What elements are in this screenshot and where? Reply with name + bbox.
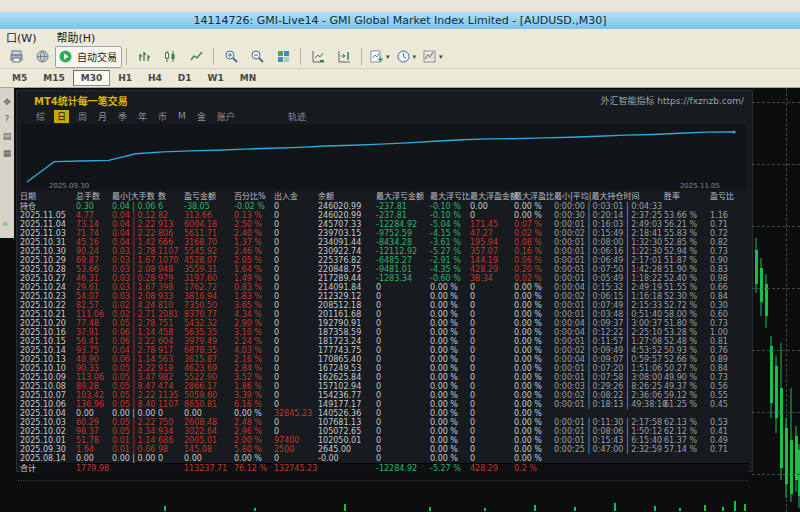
timeframe-button-mn[interactable]: MN [232,70,265,86]
table-row[interactable]: 2025.10.1556.410.06 | 2.226043979.492.24… [20,337,749,346]
table-row[interactable]: 2025.10.3145.160.04 | 1.426663168.701.37… [20,238,749,247]
panel-tab-月[interactable]: 月 [96,110,109,123]
menu-item[interactable]: 口(W) [6,29,36,45]
chart-shift-button[interactable] [331,46,357,68]
table-row[interactable]: 2025.09.301.640.01 | 0.0698145.085.80 %2… [20,445,749,454]
cell-max-float-profit: 195.94 [470,238,514,247]
cell-hold-time: 0:00:01 | 0:16:03 | 2:49:03 [554,220,664,229]
tile-windows-button[interactable] [270,46,296,68]
table-row[interactable]: 2025.11.0473.140.04 | 2.229136004.182.50… [20,220,749,229]
window-titlebar[interactable]: 14114726: GMI-Live14 - GMI Global Market… [0,12,800,29]
panel-tab-金[interactable]: 金 [195,110,208,123]
cell-trades: 982 [158,373,184,382]
panel-tab-账户[interactable]: 账户 [215,110,237,123]
timeframe-button-m5[interactable]: M5 [4,70,35,86]
table-row[interactable]: 2025.10.3090.240.03 | 2.7811075545.922.4… [20,247,749,256]
collapse-arrow-icon[interactable]: « [2,218,8,229]
table-row[interactable]: 持仓0.300.04 | 0.066-38.05-0.02 %0246020.9… [20,202,749,211]
panel-tab-日[interactable]: 日 [54,110,69,123]
table-row[interactable]: 2025.10.2853.660.03 | 2.089483559.311.64… [20,265,749,274]
candlestick-chart-button[interactable] [157,46,183,68]
panel-tab-M[interactable]: M [176,111,188,121]
cell-pl-ratio: 0.49 [710,436,740,445]
table-row[interactable]: 2025.10.1090.330.05 | 2.229194623.692.84… [20,364,749,373]
timeframe-button-m15[interactable]: M15 [35,70,72,86]
timeframe-button-m30[interactable]: M30 [73,70,110,86]
panel-tab-周[interactable]: 周 [76,110,89,123]
zoom-in-button[interactable] [218,46,244,68]
cell-hold-time: 0:00:00 | 0:03:01 | 0:04:33 [554,202,664,211]
window-icon[interactable]: ▤ [3,132,12,141]
column-header-pl-ratio: 盈亏比 [710,192,740,202]
table-row[interactable]: 2025.10.040.000.00 | 0.0000.000.00 %3284… [20,409,749,418]
move-icon[interactable]: ✥ [3,98,11,107]
table-row[interactable]: 2025.10.0151.780.01 | 1.146862005.012.00… [20,436,749,445]
table-row[interactable]: 2025.10.0360.290.05 | 2.227502608.482.48… [20,418,749,427]
cell-max-float-profit: 0 [470,409,514,418]
table-row[interactable]: 2025.10.2746.310.03 | 0.289793197.601.49… [20,274,749,283]
table-row[interactable]: 2025.10.1493.750.04 | 2.789176878.354.03… [20,346,749,355]
timeframe-button-w1[interactable]: W1 [200,70,232,86]
cell-balance: 157102.94 [318,382,376,391]
cell-lots: 73.14 [76,220,112,229]
table-row[interactable]: 2025.10.2077.480.05 | 2.787515432.322.90… [20,319,749,328]
table-row[interactable]: 2025.10.2969.870.03 | 1.6710704528.072.0… [20,256,749,265]
menu-item[interactable]: 帮助(H) [56,29,95,45]
table-row[interactable]: 2025.08.140.000.00 | 0.0000.000.00 %0-0.… [20,454,749,463]
print-button[interactable] [3,46,29,68]
table-row[interactable]: 合计1779.98113237.7176.12 %132745.23-12284… [20,463,749,473]
table-row[interactable]: 2025.11.0371.740.04 | 2.228065611.712.40… [20,229,749,238]
period-button[interactable]: ▾ [393,46,420,68]
table-row[interactable]: 2025.10.07103.420.05 | 2.2211355059.603.… [20,391,749,400]
panel-tab-轨迹[interactable]: 轨迹 [286,110,308,123]
cell-lots: 46.31 [76,274,112,283]
cell-pl-ratio: 0.53 [710,418,740,427]
cell-pl-ratio: 0.81 [710,337,740,346]
indicators-button[interactable]: ▾ [419,46,446,68]
cell-deposit: 132745.23 [274,464,318,473]
cell-pnl: 2608.48 [184,418,234,427]
dde-button[interactable] [29,46,55,68]
timeframe-button-d1[interactable]: D1 [170,70,200,86]
cell-max-float-profit-pct: 0.00 % [514,310,554,319]
timeframe-button-h1[interactable]: H1 [110,70,140,86]
line-chart-button[interactable] [183,46,209,68]
table-row[interactable]: 2025.10.2354.070.03 | 2.089333816.941.83… [20,292,749,301]
table-row[interactable]: 2025.10.09113.060.05 | 3.479825522.903.5… [20,373,749,382]
cell-hold-time: 0:00:01 | 0:06:49 | 2:17:01 [554,256,664,265]
table-row[interactable]: 2025.10.2282.570.02 | 4.248107350.503.65… [20,301,749,310]
bar-chart-button[interactable] [131,46,157,68]
table-row[interactable]: 2025.10.1637.910.06 | 1.144585635.353.10… [20,328,749,337]
panel-tab-币[interactable]: 币 [156,110,169,123]
panel-tab-年[interactable]: 年 [136,110,149,123]
timeframe-button-h4[interactable]: H4 [140,70,170,86]
candle-chart-icon [163,49,178,64]
help-icon[interactable]: ? [5,115,10,124]
table-row[interactable]: 2025.10.1348.900.06 | 1.145633615.872.16… [20,355,749,364]
table-row[interactable]: 2025.11.054.770.04 | 0.1282313.660.13 %0… [20,211,749,220]
panel-tab-季[interactable]: 季 [116,110,129,123]
cell-max-drawdown: -6485.27 [376,256,430,265]
cell-min-max-lots: 0.05 | 2.22 [112,364,158,373]
cell-max-float-profit-pct: 0.00 % [514,364,554,373]
cell-max-float-profit: 0 [470,292,514,301]
new-chart-button[interactable]: ▾ [366,46,393,68]
zoom-out-button[interactable] [244,46,270,68]
table-row[interactable]: 2025.10.0889.280.05 | 8.474742866.171.86… [20,382,749,391]
grid-icon[interactable]: ▦ [3,149,12,158]
cell-balance: 214091.84 [318,283,376,292]
cell-percent: 0.00 % [234,409,274,418]
cell-percent: 1.37 % [234,238,274,247]
cell-min-max-lots: 0.05 | 4.34 [112,427,158,436]
autotrade-button[interactable]: 自动交易 [55,46,122,68]
cell-trades: 979 [158,274,184,283]
panel-tab-综[interactable]: 综 [34,110,47,123]
cell-date: 2025.11.03 [20,229,76,238]
chevron-down-icon: ▾ [386,53,390,61]
table-row[interactable]: 2025.10.06136.960.05 | 8.4011078650.816.… [20,400,749,409]
auto-scroll-button[interactable] [305,46,331,68]
table-row[interactable]: 2025.10.21111.060.02 | 2.7120818370.774.… [20,310,749,319]
table-row[interactable]: 2025.10.0298.370.05 | 4.349343022.642.96… [20,427,749,436]
table-row[interactable]: 2025.10.2429.610.03 | 1.673981762.720.83… [20,283,749,292]
cell-lots: 53.66 [76,265,112,274]
